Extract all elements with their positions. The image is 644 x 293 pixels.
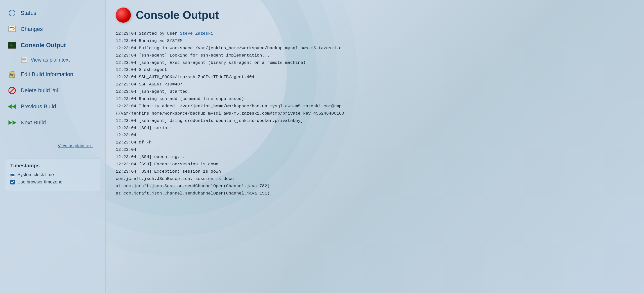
timestamps-section: Timestamps System clock time Use browser… bbox=[5, 159, 100, 191]
sidebar-item-view-plain-label: View as plain text bbox=[31, 57, 70, 63]
sidebar-item-console-output[interactable]: >_ Console Output bbox=[0, 37, 105, 53]
edit-icon bbox=[8, 70, 17, 79]
console-icon: >_ bbox=[8, 41, 17, 50]
log-line-15: 12:23:04 bbox=[116, 132, 634, 139]
sidebar-item-console-label: Console Output bbox=[21, 42, 66, 49]
browser-timezone-checkbox[interactable]: Use browser timezone bbox=[10, 179, 95, 185]
sidebar-item-changes[interactable]: Changes bbox=[0, 21, 105, 37]
log-line-10: 12:23:04 Running ssh-add (command line s… bbox=[116, 95, 634, 103]
log-line-23: at com.jcraft.jsch.Channel.sendChannelOp… bbox=[116, 190, 634, 197]
sidebar-item-delete-label: Delete build '#4' bbox=[21, 87, 60, 94]
log-line-6: 12:23:04 $ ssh-agent bbox=[116, 66, 634, 74]
log-line-17: 12:23:04 bbox=[116, 146, 634, 154]
log-line-16: 12:23:04 df -h bbox=[116, 139, 634, 146]
browser-timezone-label: Use browser timezone bbox=[17, 179, 62, 185]
changes-icon bbox=[8, 25, 17, 34]
sidebar-item-edit-build[interactable]: Edit Build Information bbox=[0, 66, 105, 82]
timestamps-title: Timestamps bbox=[10, 163, 95, 169]
log-line-12: (/var/jenkins_home/workspace/backup mysq… bbox=[116, 110, 634, 117]
log-line-19: 12:23:04 [SSH] Exception:session is down bbox=[116, 161, 634, 168]
svg-marker-20 bbox=[12, 104, 16, 109]
system-clock-label: System clock time bbox=[17, 172, 54, 177]
sidebar-item-changes-label: Changes bbox=[21, 26, 43, 32]
log-line-9: 12:23:04 [ssh-agent] Started. bbox=[116, 88, 634, 95]
user-link[interactable]: Steve Zazeski bbox=[180, 31, 213, 36]
svg-line-18 bbox=[10, 88, 15, 93]
log-line-5: 12:23:04 [ssh-agent] Exec ssh-agent (bin… bbox=[116, 59, 634, 67]
system-clock-radio[interactable]: System clock time bbox=[10, 172, 95, 177]
log-line-3: 12:23:04 Building in workspace /var/jenk… bbox=[116, 45, 634, 52]
svg-marker-19 bbox=[8, 104, 12, 109]
svg-rect-9 bbox=[21, 57, 27, 63]
log-line-1: 12:23:04 Started by user Steve Zazeski bbox=[116, 30, 634, 37]
system-clock-input[interactable] bbox=[10, 173, 15, 177]
sidebar-item-previous-build[interactable]: Previous Build bbox=[0, 99, 105, 115]
status-icon: i bbox=[8, 9, 17, 18]
log-line-22: at com.jcraft.jsch.Session.sendChannelOp… bbox=[116, 183, 634, 190]
log-line-14: 12:23:04 [SSH] script: bbox=[116, 125, 634, 132]
view-plain-text-link[interactable]: View as plain text bbox=[8, 143, 98, 149]
browser-timezone-input[interactable] bbox=[10, 180, 15, 184]
sidebar-item-view-plain-text[interactable]: View as plain text bbox=[0, 53, 105, 66]
svg-text:>_: >_ bbox=[10, 43, 14, 47]
log-line-20: 12:23:04 [SSH] Exception: session is dow… bbox=[116, 168, 634, 175]
sidebar-item-status[interactable]: i Status bbox=[0, 5, 105, 21]
console-log: 12:23:04 Started by user Steve Zazeski 1… bbox=[116, 30, 634, 197]
log-line-7: 12:23:04 SSH_AUTH_SOCK=/tmp/ssh-ZoCIvmTP… bbox=[116, 74, 634, 81]
svg-line-16 bbox=[10, 76, 13, 76]
delete-icon bbox=[8, 86, 17, 95]
log-line-18: 12:23:04 [SSH] executing... bbox=[116, 154, 634, 161]
sidebar-item-delete-build[interactable]: Delete build '#4' bbox=[0, 82, 105, 99]
log-line-4: 12:23:04 [ssh-agent] Looking for ssh-age… bbox=[116, 52, 634, 59]
sidebar-item-status-label: Status bbox=[21, 10, 36, 16]
sidebar-item-edit-build-label: Edit Build Information bbox=[21, 71, 73, 78]
main-content: Console Output 12:23:04 Started by user … bbox=[106, 0, 644, 293]
log-line-21: com.jcraft.jsch.JSchException: session i… bbox=[116, 175, 634, 183]
page-header: Console Output bbox=[116, 8, 634, 23]
log-line-8: 12:23:04 SSH_AGENT_PID=407 bbox=[116, 81, 634, 88]
plain-text-icon bbox=[21, 56, 28, 63]
log-line-2: 12:23:04 Running as SYSTEM bbox=[116, 37, 634, 45]
svg-rect-13 bbox=[9, 71, 15, 78]
svg-marker-21 bbox=[9, 120, 12, 125]
sidebar-item-next-build[interactable]: Next Build bbox=[0, 115, 105, 131]
sidebar: i Status Changes >_ Console Output bbox=[0, 0, 106, 293]
svg-text:i: i bbox=[12, 11, 12, 15]
next-build-icon bbox=[8, 118, 17, 127]
sidebar-item-prev-label: Previous Build bbox=[21, 103, 56, 110]
page-title: Console Output bbox=[136, 9, 219, 21]
sidebar-item-next-label: Next Build bbox=[21, 119, 46, 126]
log-line-11: 12:23:04 Identity added: /var/jenkins_ho… bbox=[116, 103, 634, 110]
build-status-red-circle bbox=[116, 8, 131, 23]
svg-marker-22 bbox=[13, 120, 16, 125]
prev-build-icon bbox=[8, 102, 17, 111]
log-line-13: 12:23:04 [ssh-agent] Using credentials u… bbox=[116, 117, 634, 125]
